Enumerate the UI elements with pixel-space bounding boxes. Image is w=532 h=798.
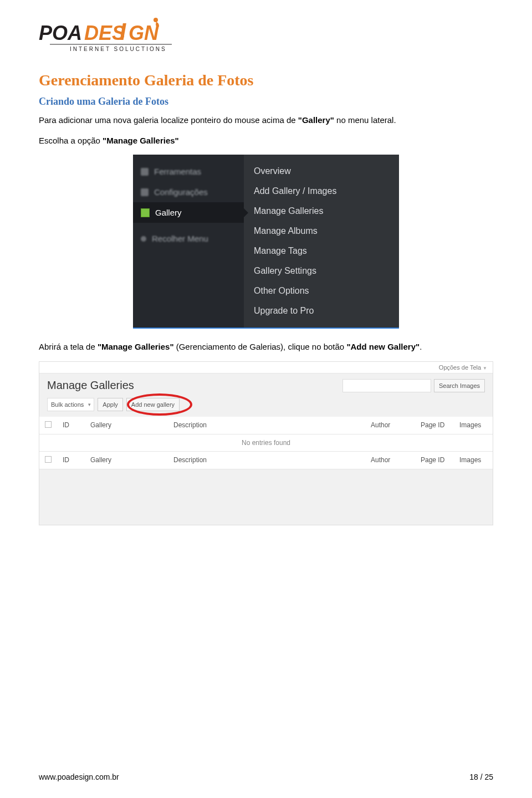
paragraph-3: Abrirá a tela de "Manage Galleries" (Ger…: [39, 341, 493, 354]
submenu-upgrade-pro[interactable]: Upgrade to Pro: [244, 301, 399, 321]
toolbar: Bulk actions Apply Add new gallery: [39, 398, 493, 417]
footer-page-number: 18 / 25: [469, 773, 493, 781]
sidebar-label: Gallery: [155, 208, 182, 217]
col-id: ID: [57, 451, 85, 469]
submenu-overview[interactable]: Overview: [244, 161, 399, 181]
svg-point-4: [154, 18, 158, 22]
wrench-icon: [141, 168, 149, 176]
page-heading: Gerenciamento Galeria de Fotos: [39, 71, 493, 89]
text: .: [420, 342, 422, 351]
paragraph-2: Escolha a opção "Manage Galleries": [39, 135, 493, 147]
bulk-actions-select[interactable]: Bulk actions: [47, 398, 94, 411]
apply-button[interactable]: Apply: [98, 398, 123, 411]
select-all-checkbox[interactable]: [45, 421, 52, 428]
table-footer-row: ID Gallery Description Author Page ID Im…: [39, 451, 493, 469]
text-bold: "Add new Gallery": [346, 342, 420, 351]
settings-icon: [141, 188, 149, 196]
logo: POA DES GN INTERNET SOLUCTIONS: [39, 17, 493, 60]
sidebar-label-blur: Ferramentas: [154, 167, 201, 176]
sidebar-label-blur: Recolher Menu: [152, 234, 208, 243]
manage-galleries-title: Manage Galleries: [47, 379, 134, 392]
screen-options-label: Opções de Tela: [439, 364, 481, 371]
search-images-button[interactable]: Search Images: [434, 379, 485, 392]
sidebar-label-blur: Configurações: [154, 187, 208, 197]
page-footer: www.poadesign.com.br 18 / 25: [39, 773, 493, 781]
text: Para adicionar uma nova galeria localize…: [39, 115, 298, 125]
section-heading: Criando uma Galeria de Fotos: [39, 96, 493, 108]
sidebar-item-gallery[interactable]: Gallery: [133, 202, 244, 223]
col-images: Images: [454, 451, 493, 469]
screenshot-gallery-menu: Ferramentas Configurações Gallery Recolh…: [133, 155, 399, 329]
sidebar-item-configuracoes[interactable]: Configurações: [133, 182, 244, 202]
screen-options-bar: Opções de Tela▼: [39, 362, 493, 374]
search-input[interactable]: [342, 379, 431, 392]
col-description: Description: [168, 451, 365, 469]
svg-text:POA: POA: [39, 22, 82, 44]
galleries-table: ID Gallery Description Author Page ID Im…: [39, 417, 493, 469]
select-all-checkbox-footer[interactable]: [45, 456, 52, 463]
no-entries-cell: No entries found: [39, 434, 493, 451]
empty-area: [39, 469, 493, 525]
add-new-gallery-button[interactable]: Add new gallery: [126, 398, 180, 411]
screenshot-manage-galleries: Opções de Tela▼ Manage Galleries Search …: [39, 361, 493, 525]
submenu-manage-tags[interactable]: Manage Tags: [244, 241, 399, 261]
text: (Gerenciamento de Galerias), clique no b…: [174, 342, 347, 351]
submenu-other-options[interactable]: Other Options: [244, 281, 399, 301]
submenu-gallery-settings[interactable]: Gallery Settings: [244, 261, 399, 281]
poadesign-logo: POA DES GN INTERNET SOLUCTIONS: [39, 17, 183, 58]
svg-text:GN: GN: [129, 22, 159, 44]
search-images-group: Search Images: [342, 379, 485, 392]
chevron-down-icon: ▼: [483, 366, 487, 371]
text-bold: "Manage Galleries": [103, 136, 179, 145]
footer-url: www.poadesign.com.br: [39, 773, 119, 781]
gallery-icon: [141, 208, 150, 217]
submenu-manage-galleries[interactable]: Manage Galleries: [244, 201, 399, 221]
sidebar-item-ferramentas[interactable]: Ferramentas: [133, 161, 244, 182]
col-gallery: Gallery: [85, 451, 168, 469]
col-images: Images: [454, 417, 493, 434]
screen-options-toggle[interactable]: Opções de Tela▼: [439, 364, 487, 371]
text-bold: "Gallery": [298, 115, 334, 125]
text: no menu lateral.: [334, 115, 396, 125]
submenu-add-gallery[interactable]: Add Gallery / Images: [244, 181, 399, 201]
col-description: Description: [168, 417, 365, 434]
page-header: Manage Galleries Search Images: [39, 374, 493, 398]
collapse-icon: [141, 236, 146, 242]
sidebar-item-recolher[interactable]: Recolher Menu: [133, 228, 244, 249]
svg-text:DES: DES: [84, 22, 125, 44]
wp-sidebar: Ferramentas Configurações Gallery Recolh…: [133, 155, 244, 328]
wp-submenu: Overview Add Gallery / Images Manage Gal…: [244, 155, 399, 328]
col-pageid: Page ID: [415, 417, 454, 434]
paragraph-1: Para adicionar uma nova galeria localize…: [39, 114, 493, 127]
svg-text:INTERNET  SOLUCTIONS: INTERNET SOLUCTIONS: [70, 46, 167, 52]
text: Escolha a opção: [39, 136, 103, 145]
submenu-manage-albums[interactable]: Manage Albums: [244, 221, 399, 241]
text: Abrirá a tela de: [39, 342, 98, 351]
col-gallery: Gallery: [85, 417, 168, 434]
col-pageid: Page ID: [415, 451, 454, 469]
col-author: Author: [365, 417, 415, 434]
col-checkbox: [39, 451, 57, 469]
table-header-row: ID Gallery Description Author Page ID Im…: [39, 417, 493, 434]
col-id: ID: [57, 417, 85, 434]
col-checkbox: [39, 417, 57, 434]
col-author: Author: [365, 451, 415, 469]
no-entries-row: No entries found: [39, 434, 493, 451]
text-bold: "Manage Galleries": [98, 342, 174, 351]
